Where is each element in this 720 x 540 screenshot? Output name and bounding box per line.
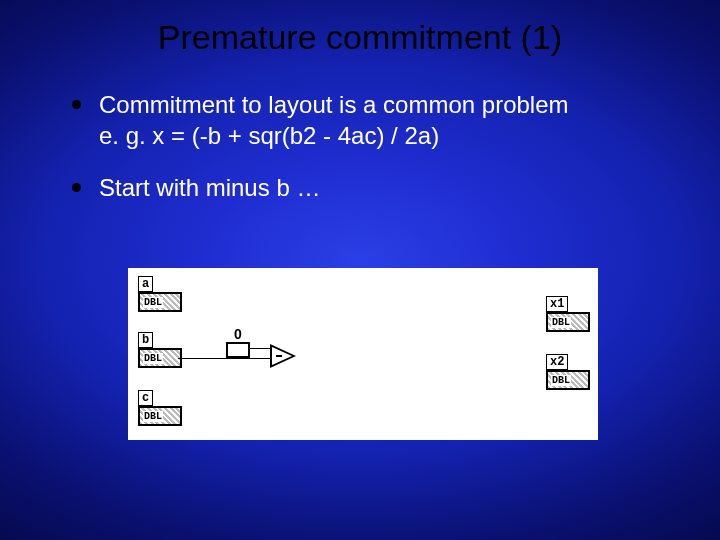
minus-icon	[276, 355, 282, 357]
constant-zero-box	[226, 342, 250, 358]
terminal-type: DBL	[138, 292, 182, 312]
terminal-label: x1	[546, 296, 568, 312]
bullet-item: Start with minus b …	[72, 173, 672, 204]
bullet-line: e. g. x = (-b + sqr(b2 - 4ac) / 2a)	[99, 122, 439, 149]
terminal-label: b	[138, 332, 153, 348]
subtract-op-icon	[270, 344, 296, 368]
slide: Premature commitment (1) Commitment to l…	[0, 0, 720, 540]
terminal-type: DBL	[546, 370, 590, 390]
bullet-text: Start with minus b …	[99, 173, 320, 204]
terminal-type: DBL	[138, 406, 182, 426]
bullet-text: Commitment to layout is a common problem…	[99, 90, 569, 151]
wire	[178, 358, 270, 359]
terminal-label: a	[138, 276, 153, 292]
bullet-line: Start with minus b …	[99, 174, 320, 201]
slide-content: Commitment to layout is a common problem…	[72, 90, 672, 226]
constant-zero-label: 0	[234, 326, 242, 342]
terminal-label: x2	[546, 354, 568, 370]
terminal-label: c	[138, 390, 153, 406]
slide-title: Premature commitment (1)	[0, 18, 720, 57]
labview-diagram: a DBL b DBL c DBL 0 x	[128, 268, 598, 440]
terminal-type: DBL	[138, 348, 182, 368]
bullet-line: Commitment to layout is a common problem	[99, 91, 569, 118]
bullet-dot-icon	[72, 100, 81, 109]
wire	[248, 348, 270, 349]
terminal-type: DBL	[546, 312, 590, 332]
bullet-item: Commitment to layout is a common problem…	[72, 90, 672, 151]
bullet-dot-icon	[72, 183, 81, 192]
